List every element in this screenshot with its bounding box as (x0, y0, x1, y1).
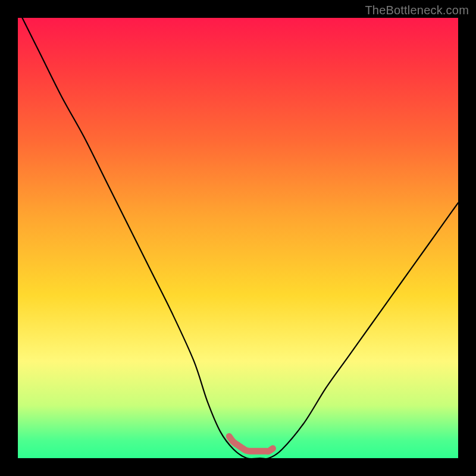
bottleneck-curve-path (22, 18, 458, 458)
optimal-range-marker (229, 436, 273, 451)
chart-svg (18, 18, 458, 458)
chart-area (18, 18, 458, 458)
watermark-text: TheBottleneck.com (365, 4, 469, 17)
